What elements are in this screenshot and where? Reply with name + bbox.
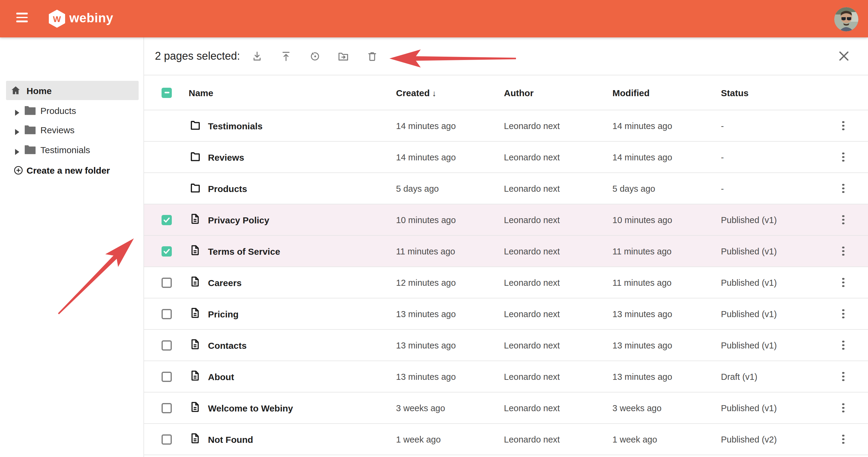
sidebar-item-label: Reviews	[40, 125, 74, 135]
row-name: Reviews	[208, 152, 244, 162]
row-menu-button[interactable]	[836, 401, 850, 415]
table-row[interactable]: About13 minutes agoLeonardo next13 minut…	[144, 361, 868, 393]
table-row[interactable]: Products5 days agoLeonardo next5 days ag…	[144, 173, 868, 204]
row-name: Pricing	[208, 309, 239, 319]
row-checkbox[interactable]	[161, 215, 172, 225]
row-menu-button[interactable]	[836, 369, 850, 384]
cell-modified: 10 minutes ago	[613, 215, 672, 224]
table-row[interactable]: Pricing13 minutes agoLeonardo next13 min…	[144, 299, 868, 330]
cell-modified: 13 minutes ago	[613, 372, 672, 381]
sidebar-item-products[interactable]: Products	[0, 101, 144, 120]
top-app-bar: W webiny	[0, 0, 868, 37]
cell-created: 11 minutes ago	[396, 246, 455, 256]
row-checkbox[interactable]	[161, 403, 172, 413]
select-all-checkbox[interactable]	[161, 87, 172, 98]
row-name: About	[208, 371, 234, 382]
sidebar-item-home[interactable]: Home	[6, 81, 138, 100]
delete-button[interactable]	[362, 46, 382, 66]
table-row[interactable]: Testimonials14 minutes agoLeonardo next1…	[144, 110, 868, 142]
row-menu-button[interactable]	[836, 119, 850, 133]
cell-created: 3 weeks ago	[396, 403, 445, 413]
page-icon	[189, 369, 201, 384]
page-icon	[189, 432, 201, 447]
row-menu-button[interactable]	[836, 150, 850, 164]
cell-status: Published (v1)	[721, 403, 777, 413]
row-menu-button[interactable]	[836, 307, 850, 321]
cell-status: -	[721, 184, 724, 193]
table-row[interactable]: Privacy Policy10 minutes agoLeonardo nex…	[144, 204, 868, 236]
cell-created: 5 days ago	[396, 184, 439, 193]
row-checkbox[interactable]	[161, 246, 172, 256]
cell-status: Published (v1)	[721, 215, 777, 224]
column-header-created[interactable]: Created↓	[396, 87, 436, 98]
cell-author: Leonardo next	[504, 309, 560, 318]
cell-status: Published (v1)	[721, 340, 777, 350]
folder-icon	[189, 181, 201, 195]
cell-status: Published (v1)	[721, 246, 777, 256]
table-row[interactable]: Terms of Service11 minutes agoLeonardo n…	[144, 236, 868, 267]
cell-created: 13 minutes ago	[396, 340, 456, 350]
row-menu-button[interactable]	[836, 213, 850, 227]
table-row[interactable]: Contacts13 minutes agoLeonardo next13 mi…	[144, 330, 868, 361]
table-row[interactable]: Not Found1 week agoLeonardo next1 week a…	[144, 424, 868, 455]
cell-created: 1 week ago	[396, 434, 441, 444]
cell-created: 13 minutes ago	[396, 309, 456, 318]
row-checkbox[interactable]	[161, 371, 172, 382]
chevron-right-icon[interactable]	[15, 147, 19, 157]
trash-icon	[366, 50, 378, 62]
row-menu-button[interactable]	[836, 244, 850, 258]
row-name: Products	[208, 183, 247, 193]
download-icon	[250, 50, 263, 62]
sidebar-item-label: Testimonials	[40, 145, 90, 155]
restore-button[interactable]	[304, 46, 325, 66]
row-checkbox[interactable]	[161, 340, 172, 350]
table-header: Name Created↓ Author Modified Status	[144, 75, 868, 110]
download-button[interactable]	[247, 46, 267, 66]
column-header-modified[interactable]: Modified	[613, 87, 650, 98]
webiny-logo-icon[interactable]: W	[49, 10, 65, 28]
row-checkbox[interactable]	[161, 434, 172, 444]
row-checkbox[interactable]	[161, 277, 172, 287]
row-name: Terms of Service	[208, 246, 280, 256]
sidebar-item-reviews[interactable]: Reviews	[0, 120, 144, 139]
row-checkbox[interactable]	[161, 309, 172, 319]
restore-icon	[308, 50, 321, 62]
chevron-right-icon[interactable]	[15, 107, 19, 118]
column-header-status[interactable]: Status	[721, 87, 749, 98]
page-icon	[189, 275, 201, 290]
publish-button[interactable]	[276, 46, 296, 66]
cell-author: Leonardo next	[504, 121, 560, 130]
row-name: Welcome to Webiny	[208, 403, 293, 413]
row-menu-button[interactable]	[836, 275, 850, 290]
close-selection-button[interactable]	[834, 46, 854, 66]
page-icon	[189, 213, 201, 227]
row-menu-button[interactable]	[836, 432, 850, 447]
chevron-right-icon[interactable]	[15, 127, 19, 138]
bulk-actions-toolbar: 2 pages selected:	[144, 37, 868, 75]
column-header-name[interactable]: Name	[189, 87, 213, 98]
row-menu-button[interactable]	[836, 338, 850, 353]
create-folder-label: Create a new folder	[27, 165, 110, 175]
cell-author: Leonardo next	[504, 372, 560, 381]
cell-modified: 11 minutes ago	[613, 246, 672, 256]
sidebar-item-testimonials[interactable]: Testimonials	[0, 140, 144, 159]
table-row[interactable]: Welcome to Webiny3 weeks agoLeonardo nex…	[144, 393, 868, 424]
cell-status: Published (v1)	[721, 309, 777, 318]
svg-text:W: W	[53, 14, 61, 24]
menu-button[interactable]	[16, 13, 28, 25]
cell-author: Leonardo next	[504, 152, 560, 162]
cell-author: Leonardo next	[504, 278, 560, 287]
cell-created: 14 minutes ago	[396, 121, 456, 130]
column-header-author[interactable]: Author	[504, 87, 533, 98]
sidebar: Home Products Reviews Testimonials Creat…	[0, 37, 144, 457]
create-folder-button[interactable]: Create a new folder	[14, 162, 110, 178]
user-avatar-button[interactable]	[834, 7, 858, 31]
move-to-folder-button[interactable]	[333, 46, 353, 66]
content-area: 2 pages selected:	[144, 37, 868, 457]
table-row[interactable]: Reviews14 minutes agoLeonardo next14 min…	[144, 142, 868, 173]
cell-modified: 14 minutes ago	[613, 152, 672, 162]
sidebar-item-label: Products	[40, 105, 76, 116]
row-menu-button[interactable]	[836, 181, 850, 196]
row-name: Contacts	[208, 340, 247, 350]
table-row[interactable]: Careers12 minutes agoLeonardo next11 min…	[144, 267, 868, 299]
